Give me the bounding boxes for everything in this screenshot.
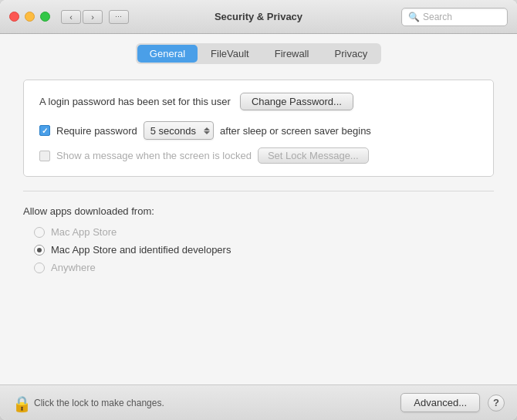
set-lock-message-button[interactable]: Set Lock Message... [258,147,369,164]
select-arrow-icon [204,127,210,134]
password-time-select[interactable]: 5 seconds [144,121,214,140]
require-password-checkbox[interactable] [39,125,50,136]
after-sleep-label: after sleep or screen saver begins [220,125,371,137]
minimize-button[interactable] [25,12,35,22]
radio-anywhere[interactable] [34,262,45,273]
help-button[interactable]: ? [488,395,505,412]
main-window: ‹ › ⋯ Security & Privacy 🔍 General FileV… [0,0,517,420]
login-row: A login password has been set for this u… [39,93,478,110]
grid-button[interactable]: ⋯ [109,10,129,24]
tab-privacy[interactable]: Privacy [323,45,380,63]
window-title: Security & Privacy [215,11,302,22]
advanced-button[interactable]: Advanced... [400,393,480,412]
require-password-label: Require password [56,125,137,137]
tabs-bar: General FileVault Firewall Privacy [0,34,517,72]
require-password-row: Require password 5 seconds after sleep o… [39,121,478,140]
general-section: A login password has been set for this u… [23,80,494,177]
search-box[interactable]: 🔍 [401,8,508,26]
content-area: A login password has been set for this u… [0,72,517,384]
radio-identified-developers[interactable] [34,245,45,256]
login-text: A login password has been set for this u… [39,96,231,107]
maximize-button[interactable] [40,12,50,22]
traffic-lights [9,12,50,22]
allow-apps-radio-group: Mac App Store Mac App Store and identifi… [23,226,494,273]
titlebar: ‹ › ⋯ Security & Privacy 🔍 [0,0,517,34]
tabs-container: General FileVault Firewall Privacy [136,43,381,64]
lock-message-label: Show a message when the screen is locked [56,150,252,161]
radio-row-anywhere: Anywhere [34,262,494,273]
tab-firewall[interactable]: Firewall [262,45,322,63]
lock-message-row: Show a message when the screen is locked… [39,147,478,164]
allow-apps-section: Allow apps downloaded from: Mac App Stor… [23,205,494,273]
lock-icon[interactable]: 🔒 [12,395,28,412]
forward-button[interactable]: › [83,10,103,24]
search-input[interactable] [423,12,501,22]
allow-apps-title: Allow apps downloaded from: [23,205,494,217]
close-button[interactable] [9,12,19,22]
lock-text: Click the lock to make changes. [34,398,164,408]
back-button[interactable]: ‹ [61,10,81,24]
radio-row-mac-app-store: Mac App Store [34,226,494,238]
nav-arrows: ‹ › [61,10,103,24]
lock-message-checkbox[interactable] [39,151,50,161]
radio-row-identified: Mac App Store and identified developers [34,244,494,256]
section-divider [23,191,494,191]
radio-identified-developers-label: Mac App Store and identified developers [51,244,231,256]
tab-filevault[interactable]: FileVault [198,45,262,63]
search-icon: 🔍 [408,12,420,22]
bottom-bar: 🔒 Click the lock to make changes. Advanc… [0,384,517,420]
radio-mac-app-store[interactable] [34,227,45,238]
radio-mac-app-store-label: Mac App Store [51,226,117,238]
tab-general[interactable]: General [137,45,198,63]
radio-anywhere-label: Anywhere [51,262,96,273]
change-password-button[interactable]: Change Password... [240,93,353,110]
